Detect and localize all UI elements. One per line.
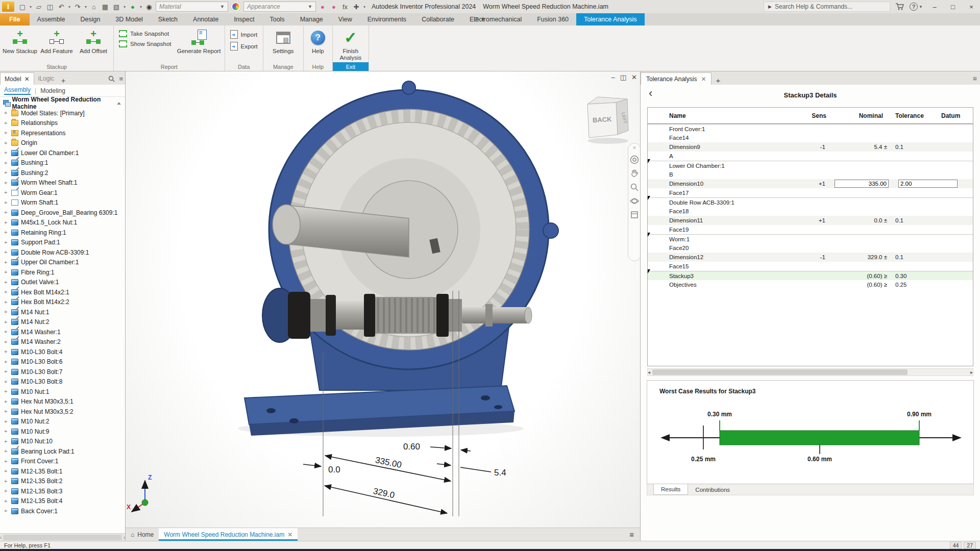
tree-item[interactable]: + M14 Nut:1 (0, 307, 125, 317)
tab-contributions[interactable]: Contributions (688, 484, 737, 495)
qat-icon[interactable]: ▾ (84, 2, 88, 12)
modeling-view-toggle[interactable]: Modeling (40, 87, 65, 94)
table-row[interactable]: Face19 (648, 225, 973, 234)
tree-item[interactable]: + M10-L30 Bolt:7 (0, 367, 125, 377)
ribbon-tab[interactable]: Annotate (185, 13, 226, 26)
table-row[interactable]: Face17 (648, 188, 973, 197)
minimize-button[interactable]: – (928, 1, 941, 12)
group-label-help[interactable]: Help (304, 62, 332, 71)
expand-icon[interactable]: + (4, 508, 9, 514)
table-row[interactable]: Stackup3 (0.60) ≥ 0.30 (648, 271, 973, 280)
tree-item[interactable]: + Support Pad:1 (0, 238, 125, 248)
menu-icon[interactable]: ≡ (119, 75, 123, 83)
qat-icon[interactable]: ↷ (72, 2, 83, 12)
expand-icon[interactable]: + (4, 140, 9, 146)
tab-tolerance-analysis[interactable]: Tolerance Analysis✕ (641, 72, 712, 85)
expand-icon[interactable]: + (4, 369, 9, 374)
ribbon-tab[interactable]: Collaborate (414, 13, 462, 26)
expand-icon[interactable]: + (4, 419, 9, 424)
expand-icon[interactable]: + (4, 299, 9, 305)
tree-item[interactable]: + M10 Nut:1 (0, 387, 125, 397)
expand-icon[interactable]: + (4, 289, 9, 295)
tree-item[interactable]: + M45x1.5_Lock Nut:1 (0, 218, 125, 228)
qat-icon[interactable]: ▾ (139, 2, 143, 12)
3d-model-scene[interactable]: 0.60 5.4 335.00 0.0 329.0 Z X (126, 71, 640, 528)
expand-icon[interactable]: + (4, 269, 9, 275)
tree-item[interactable]: + Front Cover:1 (0, 457, 125, 467)
expand-icon[interactable]: + (4, 180, 9, 186)
table-row[interactable]: Dimension11 +1 0.0 ± 0.1 (648, 216, 973, 225)
viewport-close-icon[interactable]: ✕ (631, 73, 637, 81)
expand-icon[interactable]: + (4, 160, 9, 166)
expand-icon[interactable]: + (4, 379, 9, 385)
search-help-box[interactable]: ▶ Search Help & Commands... (764, 2, 890, 12)
tree-item[interactable]: + Back Cover:1 (0, 506, 125, 516)
table-row[interactable]: Face20 (648, 243, 973, 253)
qat-icon[interactable]: ● (317, 2, 328, 12)
tree-item[interactable]: + Hex Nut M30x3,5:2 (0, 407, 125, 417)
close-button[interactable]: × (965, 1, 978, 12)
cart-icon[interactable] (895, 3, 904, 10)
qat-icon[interactable]: ▾ (362, 2, 366, 12)
worm-shaft-end[interactable] (462, 307, 528, 323)
expand-icon[interactable]: + (4, 359, 9, 365)
ribbon-tab[interactable]: File (0, 13, 30, 26)
chevron-down-icon[interactable]: ▼ (919, 5, 923, 9)
ribbon-tab[interactable]: 3D Model (108, 13, 151, 26)
expand-icon[interactable]: + (4, 329, 9, 335)
dim-060[interactable]: 0.60 (403, 442, 420, 452)
close-icon[interactable]: ✕ (701, 76, 706, 83)
add-tab-button[interactable]: + (58, 77, 68, 85)
tree-item[interactable]: + Hex Nut M30x3,5:1 (0, 397, 125, 407)
finish-analysis-button[interactable]: ✓ Finish Analysis (335, 27, 366, 62)
table-row[interactable]: Objectives (0.60) ≥ 0.25 (648, 280, 973, 289)
tree-item[interactable]: + Upper Oil Chamber:1 (0, 258, 125, 268)
add-offset-button[interactable]: + Add Offset (76, 27, 111, 62)
expand-icon[interactable]: + (4, 240, 9, 245)
expand-icon[interactable]: + (4, 319, 9, 325)
qat-icon[interactable]: fx (340, 2, 350, 12)
new-stackup-button[interactable]: + New Stackup (2, 27, 38, 62)
ribbon-tab[interactable]: Inspect (226, 13, 262, 26)
add-feature-button[interactable]: + Add Feature (39, 27, 75, 62)
group-label-stackup[interactable]: Stackup (0, 62, 113, 71)
expand-icon[interactable]: + (4, 150, 9, 156)
tree-item[interactable]: + Bushing:1 (0, 158, 125, 168)
color-wheel-icon[interactable] (231, 2, 240, 11)
tree-item[interactable]: + M10-L30 Bolt:6 (0, 357, 125, 367)
group-label-report[interactable]: Report (114, 62, 225, 71)
navbar-close-icon[interactable]: ✕ (632, 145, 636, 151)
tab-document[interactable]: Worm Wheel Speed Reduction Machine.iam ✕ (159, 528, 298, 541)
ribbon-tab[interactable]: Tolerance Analysis (576, 13, 645, 26)
dim-329[interactable]: 329.0 (372, 486, 396, 500)
doc-tabs-menu-icon[interactable]: ≡ (623, 528, 640, 541)
table-row[interactable]: Dimension10 +1 335.00 2.00 (648, 179, 973, 188)
ribbon-tab[interactable]: Assemble (30, 13, 73, 26)
table-row[interactable]: Face15 (648, 262, 973, 271)
tree-item[interactable]: + M12-L35 Bolt:3 (0, 486, 125, 496)
tree-item[interactable]: + Origin (0, 138, 125, 148)
col-sens[interactable]: Sens (796, 112, 831, 119)
expand-icon[interactable]: + (4, 210, 9, 215)
tree-item[interactable]: + Representations (0, 128, 125, 138)
tree-item[interactable]: + M10 Nut:9 (0, 427, 125, 437)
tree-item[interactable]: + Relationships (0, 118, 125, 129)
expand-icon[interactable]: + (4, 399, 9, 405)
expand-icon[interactable]: + (4, 468, 9, 474)
settings-button[interactable]: Settings (265, 27, 301, 62)
back-button[interactable]: ‹ (649, 88, 652, 99)
table-row[interactable]: Double Row ACB-3309:1 (648, 197, 973, 207)
search-icon[interactable] (108, 76, 115, 82)
expand-icon[interactable]: + (4, 429, 9, 434)
group-label-manage[interactable]: Manage (263, 62, 303, 71)
tree-item[interactable]: + M10 Nut:10 (0, 437, 125, 447)
group-label-data[interactable]: Data (225, 62, 263, 71)
expand-icon[interactable]: + (4, 448, 9, 454)
tree-item[interactable]: + Worm Gear:1 (0, 188, 125, 198)
table-row[interactable]: Worm:1 (648, 234, 973, 243)
viewcube-back-face[interactable]: BACK (593, 115, 612, 124)
qat-icon[interactable]: ◫ (45, 2, 55, 12)
look-at-icon[interactable] (630, 210, 639, 219)
expand-icon[interactable]: + (4, 110, 9, 116)
zoom-icon[interactable] (630, 183, 639, 192)
